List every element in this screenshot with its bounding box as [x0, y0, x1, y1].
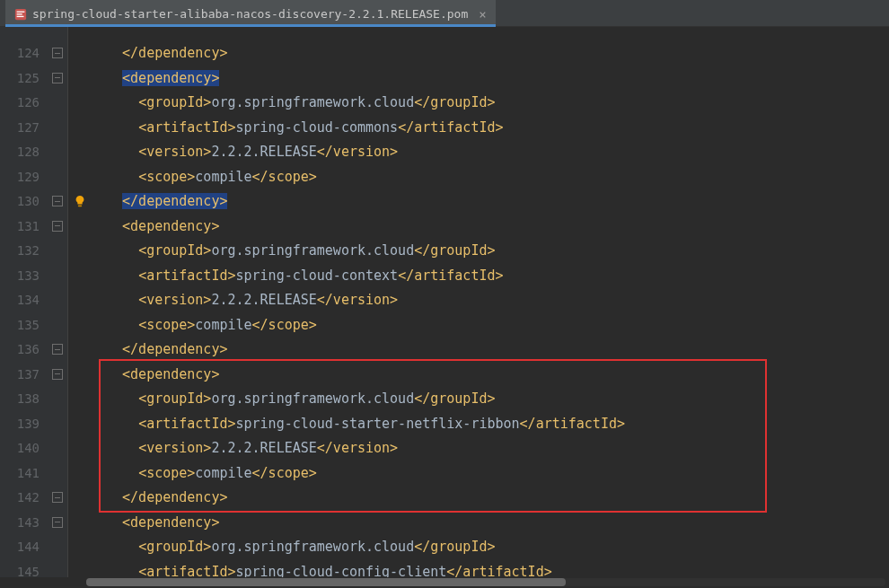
fold-collapse-icon[interactable]	[52, 196, 63, 206]
fold-expand-icon[interactable]	[52, 221, 63, 232]
svg-rect-1	[17, 11, 25, 12]
svg-rect-2	[17, 13, 22, 14]
fold-collapse-icon[interactable]	[52, 344, 63, 355]
intention-bulb-icon[interactable]	[74, 195, 86, 207]
fold-expand-icon[interactable]	[52, 517, 63, 528]
horizontal-scrollbar[interactable]	[86, 578, 885, 586]
fold-collapse-icon[interactable]	[52, 48, 63, 58]
svg-rect-4	[78, 205, 82, 206]
svg-rect-3	[17, 15, 24, 16]
editor-area[interactable]: 124 125 126 127 128 129 130 131 132 133 …	[0, 27, 889, 577]
file-tab-label: spring-cloud-starter-alibaba-nacos-disco…	[32, 7, 468, 21]
file-tab[interactable]: spring-cloud-starter-alibaba-nacos-disco…	[5, 0, 496, 26]
fold-collapse-icon[interactable]	[52, 492, 63, 503]
fold-expand-icon[interactable]	[52, 73, 63, 83]
pom-file-icon	[14, 8, 27, 21]
close-tab-icon[interactable]: ×	[479, 7, 486, 22]
line-number-gutter: 124 125 126 127 128 129 130 131 132 133 …	[0, 27, 48, 577]
fold-gutter	[48, 27, 68, 577]
editor-tab-bar: spring-cloud-starter-alibaba-nacos-disco…	[0, 0, 889, 27]
code-content[interactable]: </dependency> <dependency> <groupId>org.…	[93, 27, 889, 577]
icon-gutter	[68, 27, 93, 577]
fold-expand-icon[interactable]	[52, 369, 63, 380]
horizontal-scrollbar-thumb[interactable]	[86, 578, 566, 586]
